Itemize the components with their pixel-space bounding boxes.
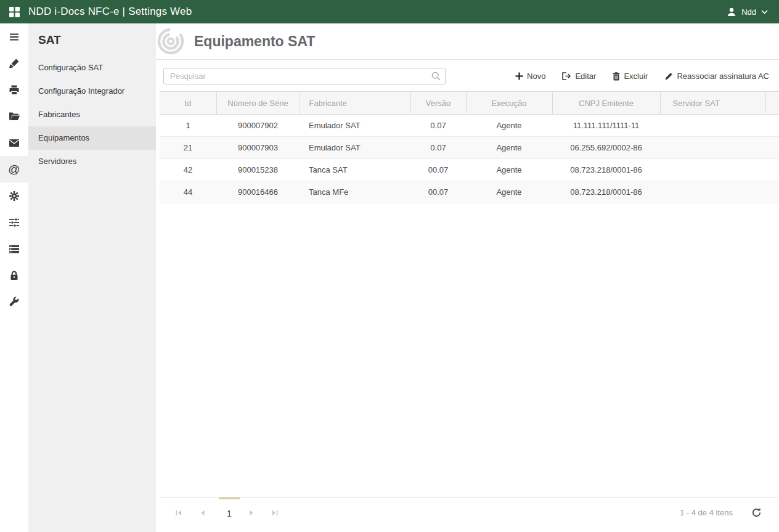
table-cell: 900007902 — [216, 115, 300, 137]
menu-icon — [8, 31, 20, 43]
user-icon — [727, 7, 736, 17]
current-page[interactable]: 1 — [219, 497, 240, 528]
table-cell: 06.255.692/0002-86 — [552, 137, 660, 159]
first-page-button[interactable] — [171, 505, 187, 521]
table-row[interactable]: 44900016466Tanca MFe00.07Agente08.723.21… — [160, 181, 779, 203]
table-row[interactable]: 1900007902Emulador SAT0.07Agente11.111.1… — [160, 115, 779, 137]
folder-icon — [8, 110, 20, 123]
user-menu[interactable]: Ndd — [727, 7, 768, 17]
trash-icon — [613, 72, 620, 81]
rail-item-documents[interactable] — [0, 103, 28, 129]
sliders-icon — [8, 216, 20, 229]
novo-button[interactable]: Novo — [515, 72, 545, 81]
search-input[interactable] — [163, 68, 446, 84]
equipment-grid: IdNúmero de SérieFabricanteVersãoExecuçã… — [160, 91, 779, 532]
table-cell — [660, 137, 765, 159]
search-box — [163, 68, 446, 84]
excluir-button[interactable]: Excluir — [613, 72, 648, 81]
at-icon: @ — [8, 163, 20, 176]
sidebar-item-fabricantes[interactable]: Fabricantes — [28, 103, 156, 126]
sidebar-item-configuracao-sat[interactable]: Configuração SAT — [28, 56, 156, 80]
lock-icon — [8, 269, 20, 282]
row-spacer — [765, 115, 779, 137]
rail-item-design[interactable] — [0, 50, 28, 76]
table-header-row: IdNúmero de SérieFabricanteVersãoExecuçã… — [160, 92, 779, 115]
next-page-button[interactable] — [243, 505, 259, 521]
rail-item-filters[interactable] — [0, 209, 28, 235]
column-header[interactable]: Servidor SAT — [660, 92, 765, 115]
search-icon[interactable] — [431, 71, 441, 81]
column-header[interactable]: Número de Série — [216, 92, 300, 115]
table-cell — [660, 181, 765, 203]
page-title: Equipamento SAT — [194, 33, 315, 50]
brush-icon — [8, 57, 20, 70]
grid-toolbar: Novo Editar — [515, 72, 769, 81]
controls-row: Novo Editar — [160, 60, 779, 91]
table-cell: Emulador SAT — [300, 137, 410, 159]
reassociar-assinatura-button[interactable]: Reassociar assinatura AC — [664, 72, 769, 81]
row-spacer — [765, 181, 779, 203]
edit-icon — [562, 72, 571, 80]
column-header[interactable]: CNPJ Emitente — [552, 92, 660, 115]
pager: 1 1 - 4 de 4 itens — [160, 497, 779, 528]
table-cell: 00.07 — [410, 181, 466, 203]
table-cell: Tanca SAT — [300, 159, 410, 181]
app-grid-icon[interactable] — [0, 6, 28, 18]
table-cell: 900007903 — [216, 137, 300, 159]
sidebar: SAT Configuração SAT Configuração Integr… — [28, 23, 156, 532]
rail-item-printer[interactable] — [0, 76, 28, 103]
table-cell: Agente — [466, 137, 552, 159]
app-title: NDD i-Docs NFC-e | Settings Web — [28, 6, 192, 18]
sidebar-item-equipamentos[interactable]: Equipamentos — [28, 126, 156, 150]
column-header[interactable]: Fabricante — [300, 92, 410, 115]
table-cell: 08.723.218/0001-86 — [552, 181, 660, 203]
rail-item-queue[interactable] — [0, 235, 28, 262]
last-page-button[interactable] — [267, 505, 283, 521]
table-cell: 900016466 — [216, 181, 300, 203]
refresh-button[interactable] — [751, 507, 762, 518]
rail-item-at[interactable]: @ — [0, 156, 28, 182]
rail-item-settings[interactable] — [0, 182, 28, 209]
prev-page-button[interactable] — [194, 505, 210, 521]
table-cell: 1 — [160, 115, 216, 137]
sidebar-item-configuracao-integrador[interactable]: Configuração Integrador — [28, 80, 156, 103]
rail-item-tools[interactable] — [0, 289, 28, 315]
row-spacer — [765, 137, 779, 159]
column-header[interactable]: Execução — [466, 92, 552, 115]
table-cell: Agente — [466, 159, 552, 181]
refresh-icon — [751, 507, 762, 518]
queue-icon — [8, 243, 20, 255]
table-cell: 0.07 — [410, 137, 466, 159]
table-cell: 11.111.111/1111-11 — [552, 115, 660, 137]
table-cell: 08.723.218/0001-86 — [552, 159, 660, 181]
rail-item-mail[interactable] — [0, 129, 28, 156]
table-cell: Agente — [466, 115, 552, 137]
printer-icon — [8, 84, 20, 96]
sidebar-item-servidores[interactable]: Servidores — [28, 150, 156, 173]
pager-info: 1 - 4 de 4 itens — [680, 508, 733, 517]
table-row[interactable]: 42900015238Tanca SAT00.07Agente08.723.21… — [160, 159, 779, 181]
table-cell: Agente — [466, 181, 552, 203]
table-body: 1900007902Emulador SAT0.07Agente11.111.1… — [160, 115, 779, 203]
next-page-icon — [249, 509, 255, 517]
gear-icon — [8, 190, 20, 202]
table-cell: 900015238 — [216, 159, 300, 181]
table-cell: Tanca MFe — [300, 181, 410, 203]
prev-page-icon — [200, 509, 205, 517]
envelope-icon — [8, 137, 20, 149]
table-cell — [660, 115, 765, 137]
grid-empty-area — [160, 203, 779, 497]
table-cell: 00.07 — [410, 159, 466, 181]
rail-item-menu[interactable] — [0, 23, 28, 50]
column-header[interactable]: Id — [160, 92, 216, 115]
rail-item-security[interactable] — [0, 262, 28, 289]
table-cell: 0.07 — [410, 115, 466, 137]
header-scrollbar-spacer — [765, 92, 779, 115]
spiral-logo-icon — [157, 27, 187, 56]
editar-button[interactable]: Editar — [562, 72, 596, 81]
column-header[interactable]: Versão — [410, 92, 466, 115]
pencil-icon — [664, 72, 673, 81]
icon-rail: @ — [0, 23, 28, 532]
table-cell: 44 — [160, 181, 216, 203]
table-row[interactable]: 21900007903Emulador SAT0.07Agente06.255.… — [160, 137, 779, 159]
